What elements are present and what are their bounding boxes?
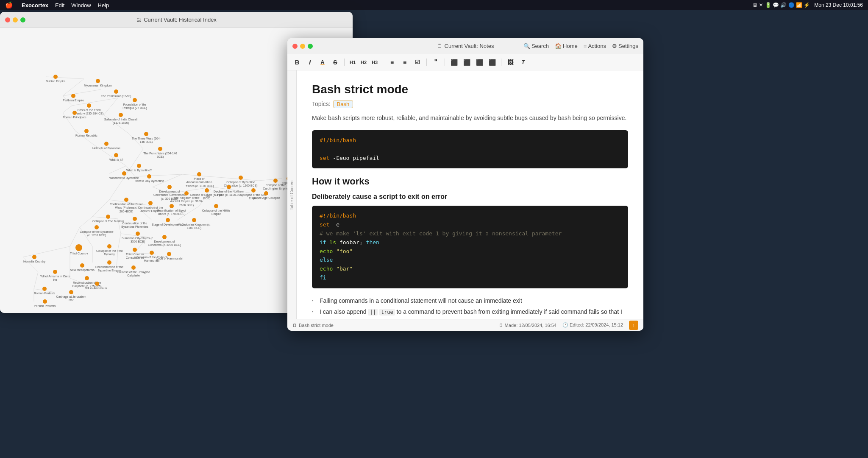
close-button[interactable] <box>5 17 10 22</box>
toolbar-sep-2 <box>383 59 383 66</box>
graph-node[interactable]: Place of Ambassadors/Khan Princes (c. 11… <box>182 172 216 188</box>
graph-node[interactable]: Code of Hammurabi <box>156 252 183 260</box>
fg-traffic-lights[interactable] <box>292 44 313 49</box>
italic-button[interactable]: I <box>304 57 315 68</box>
graph-node[interactable]: Roman Republic <box>75 129 97 137</box>
graph-node[interactable]: How to Day Byzantine <box>135 174 164 183</box>
align-right-button[interactable]: ⬛ <box>474 57 485 68</box>
graph-node[interactable]: Bronze Age Collapse <box>252 191 280 200</box>
node-dot <box>148 201 153 205</box>
toolbar-sep-4 <box>445 59 445 66</box>
settings-nav-item[interactable]: ⚙ Settings <box>612 43 638 49</box>
traffic-lights[interactable] <box>5 17 25 22</box>
graph-node[interactable]: Tell el-Amarna in Crete the <box>38 270 72 282</box>
graph-node[interactable]: Development of Cuneiform (c. 3200 BCE) <box>147 235 181 247</box>
graph-node[interactable]: The Punic Wars (264-146 BCE) <box>143 147 177 159</box>
graph-node[interactable]: Reunification of Egypt Under (c. 1700 BC… <box>155 204 189 216</box>
scroll-top-button[interactable]: ↑ <box>629 321 638 330</box>
maximize-button[interactable] <box>20 17 25 22</box>
graph-node[interactable]: Collapse of the Byzantine (c. 1200 BCE) <box>80 225 114 237</box>
image-button[interactable]: 🖼 <box>505 57 516 68</box>
graph-node[interactable]: Carthage at Jerusalem 857 <box>54 290 88 302</box>
node-label: Collapse of the Hittite Empire <box>199 209 233 216</box>
graph-node[interactable]: Collapse of the Hittite Empire <box>199 204 233 216</box>
highlight-button[interactable]: A <box>317 57 328 68</box>
bold-button[interactable]: B <box>292 57 303 68</box>
home-nav-item[interactable]: 🏠 Home <box>555 43 578 49</box>
graph-node[interactable]: Roman Principate <box>63 111 86 119</box>
node-dot <box>214 204 218 208</box>
graph-node[interactable]: Mycenaean Kingdom <box>84 79 112 87</box>
align-justify-button[interactable]: ⬛ <box>487 57 498 68</box>
minimize-button[interactable] <box>13 17 18 22</box>
settings-label[interactable]: Settings <box>618 43 638 49</box>
menu-help[interactable]: Help <box>98 2 109 8</box>
graph-node[interactable]: What is it? <box>109 153 123 162</box>
code-block-2: #!/bin/bash set -e # we make 'ls' exit w… <box>312 206 628 288</box>
fg-maximize-button[interactable] <box>308 44 313 49</box>
node-dot <box>170 204 174 208</box>
h1-button[interactable]: H1 <box>348 57 357 68</box>
graph-node[interactable]: The Three Wars (264-146 BCE) <box>129 132 163 144</box>
settings-icon: ⚙ <box>612 43 617 49</box>
menu-edit[interactable]: Edit <box>55 2 64 8</box>
fg-window-title: 🗒 Current Vault: Notes <box>437 43 494 49</box>
format-button[interactable]: T <box>517 57 529 68</box>
node-dot <box>192 218 196 222</box>
graph-node[interactable]: Parthian Empire <box>63 94 84 102</box>
graph-node[interactable]: Helmets of Byzantine <box>92 142 120 150</box>
node-label: Sultanate of India Chandi (1175-1526) <box>104 118 138 125</box>
checkbox-button[interactable]: ☑ <box>412 57 423 68</box>
graph-node[interactable]: Collapse of the Umayyad Caliphate <box>117 265 150 278</box>
node-label: Place of Ambassadors/Khan Princes (c. 11… <box>182 177 216 188</box>
graph-node[interactable]: Tell el-Amarna in... <box>85 282 109 290</box>
quote-button[interactable]: " <box>430 57 441 68</box>
node-dot <box>85 276 89 280</box>
bullet-item: Failing commands in a conditional statem… <box>312 296 628 305</box>
actions-nav-item[interactable]: ≡ Actions <box>584 43 606 49</box>
align-left-button[interactable]: ⬛ <box>448 57 459 68</box>
node-dot <box>147 174 151 179</box>
made-info: 🗓 Made: 12/05/2024, 16:54 <box>499 323 556 328</box>
statusbar-note-label: Bash strict mode <box>299 323 334 328</box>
graph-node[interactable]: Foundation of the Principia (27 BCE) <box>118 98 152 110</box>
toolbar-sep-1 <box>344 59 345 66</box>
toc-sidebar[interactable]: Table of Content <box>287 70 297 319</box>
graph-node[interactable]: Sultanate of India Chandi (1175-1526) <box>104 113 138 125</box>
node-label: Collapse of the Umayyad Caliphate <box>117 271 150 278</box>
graph-node[interactable]: Numidia Country <box>23 255 45 263</box>
statusbar-note-icon: 🗒 <box>292 323 297 328</box>
search-nav-item[interactable]: 🔍 Search <box>523 43 549 49</box>
node-label: Carthage at Jerusalem 857 <box>54 295 88 302</box>
fg-close-button[interactable] <box>292 44 298 49</box>
home-label[interactable]: Home <box>563 43 578 49</box>
node-label: Nubian Empire <box>46 80 65 83</box>
strikethrough-button[interactable]: S <box>330 57 341 68</box>
apple-menu[interactable]: 🍎 <box>5 1 13 9</box>
document-content[interactable]: Bash strict mode Topics: Bash Make bash … <box>297 70 643 319</box>
graph-node[interactable]: New Mesopotamia <box>70 263 95 272</box>
graph-node[interactable]: Macedonian Kingdom (c. 1100 BCE) <box>177 218 211 230</box>
search-label[interactable]: Search <box>531 43 549 49</box>
graph-node[interactable]: The Peninsular (87-93) <box>101 89 131 98</box>
graph-node[interactable]: Roman Protests <box>34 287 55 295</box>
fg-minimize-button[interactable] <box>300 44 305 49</box>
actions-label[interactable]: Actions <box>588 43 606 49</box>
align-center-button[interactable]: ⬛ <box>461 57 472 68</box>
h2-button[interactable]: H2 <box>359 57 368 68</box>
menu-window[interactable]: Window <box>71 2 91 8</box>
app-name[interactable]: Exocortex <box>22 2 48 8</box>
numbered-list-button[interactable]: ≡ <box>399 57 410 68</box>
graph-node[interactable]: Nubian Empire <box>46 75 65 83</box>
node-label: Development of Cuneiform (c. 3200 BCE) <box>147 240 181 247</box>
graph-node[interactable]: Continuation of the Byzantine Ptolemies <box>118 217 152 229</box>
notes-window: 🗒 Current Vault: Notes 🔍 Search 🏠 Home ≡… <box>287 38 643 331</box>
node-dot <box>273 179 278 183</box>
bullet-list-button[interactable]: ≡ <box>387 57 398 68</box>
h3-button[interactable]: H3 <box>370 57 379 68</box>
topics-line: Topics: Bash <box>312 100 628 108</box>
bash-tag[interactable]: Bash <box>333 100 353 108</box>
node-dot <box>167 185 172 189</box>
graph-node[interactable]: Third Country <box>70 244 88 255</box>
graph-node[interactable]: Persian Protests <box>34 299 56 308</box>
